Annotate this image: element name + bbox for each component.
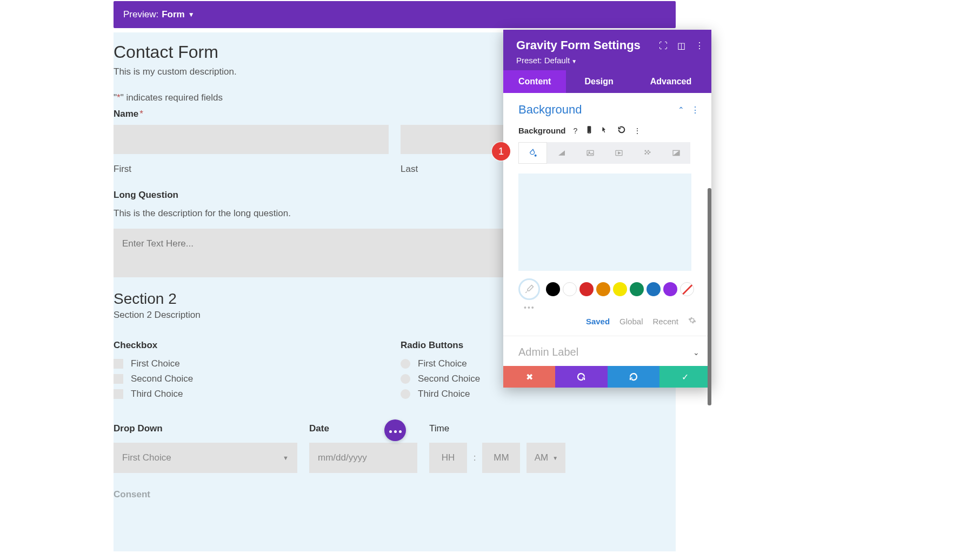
time-mm-input[interactable]: MM [482, 443, 520, 473]
preview-label: Preview: [123, 9, 158, 20]
bg-image-tab[interactable] [576, 142, 604, 164]
color-swatch[interactable] [630, 282, 644, 296]
more-vertical-icon[interactable]: ⋮ [691, 105, 699, 115]
section-admin-label[interactable]: Admin Label ⌄ [503, 336, 711, 366]
time-colon: : [474, 453, 476, 463]
bg-gradient-tab[interactable] [547, 142, 576, 164]
chevron-up-icon[interactable]: ⌃ [678, 105, 684, 114]
tab-design[interactable]: Design [566, 70, 631, 93]
preset-dropdown[interactable]: Preset: Default▼ [516, 56, 702, 65]
color-swatch[interactable] [647, 282, 661, 296]
required-star-icon: * [139, 109, 143, 119]
close-icon: ✖ [526, 372, 533, 382]
checkbox-option[interactable]: First Choice [114, 358, 389, 369]
color-swatch[interactable] [546, 282, 560, 296]
check-icon: ✓ [682, 372, 689, 382]
date-input[interactable]: mm/dd/yyyy [309, 443, 417, 473]
tab-content[interactable]: Content [503, 70, 566, 93]
color-swatch[interactable] [579, 282, 594, 296]
save-button[interactable]: ✓ [659, 366, 711, 388]
svg-rect-8 [646, 151, 648, 153]
svg-rect-10 [644, 153, 646, 155]
mobile-icon[interactable] [585, 125, 594, 136]
preview-bar: Preview: Form ▼ [114, 1, 676, 28]
color-swatch[interactable] [563, 282, 577, 296]
consent-label: Consent [114, 489, 676, 500]
tab-advanced[interactable]: Advanced [632, 70, 707, 93]
color-swatch-none[interactable] [680, 282, 694, 296]
gear-icon[interactable] [688, 316, 696, 326]
step-badge: 1 [492, 142, 510, 161]
expand-icon[interactable]: ⛶ [659, 41, 668, 51]
time-ampm-select[interactable]: AM▼ [527, 443, 565, 473]
radio-option[interactable]: Third Choice [401, 389, 676, 399]
time-label: Time [429, 423, 676, 434]
radio-icon[interactable] [401, 374, 410, 384]
checkbox-option[interactable]: Third Choice [114, 389, 389, 399]
undo-icon [576, 372, 586, 382]
caret-down-icon: ▼ [552, 455, 558, 461]
radio-icon[interactable] [401, 389, 410, 399]
svg-rect-6 [644, 150, 646, 152]
panel-header: Gravity Form Settings Preset: Default▼ ⛶… [503, 30, 711, 70]
caret-down-icon[interactable]: ▼ [188, 11, 195, 18]
svg-rect-9 [649, 151, 650, 153]
first-name-input[interactable] [114, 125, 389, 154]
panel-body: Background ⌃ ⋮ Background ? ⋮ [503, 93, 711, 336]
time-hh-input[interactable]: HH [429, 443, 467, 473]
palette-recent-tab[interactable]: Recent [652, 317, 678, 326]
chevron-down-icon: ⌄ [693, 348, 699, 357]
bg-mask-tab[interactable] [662, 142, 690, 164]
checkbox-label: Checkbox [114, 340, 389, 351]
panel-tabs: Content Design Advanced [503, 70, 711, 93]
radio-icon[interactable] [401, 359, 410, 369]
cancel-button[interactable]: ✖ [503, 366, 555, 388]
reset-icon[interactable] [617, 125, 626, 136]
checkbox-option[interactable]: Second Choice [114, 374, 389, 384]
more-swatches-icon[interactable]: ••• [524, 303, 699, 312]
svg-point-2 [535, 155, 536, 156]
checkbox-icon[interactable] [114, 374, 123, 384]
bg-pattern-tab[interactable] [633, 142, 662, 164]
section-background-title[interactable]: Background [518, 103, 582, 117]
checkbox-icon[interactable] [114, 359, 123, 369]
redo-icon [629, 372, 638, 382]
color-swatch[interactable] [596, 282, 610, 296]
columns-icon[interactable]: ◫ [677, 41, 685, 51]
more-icon [388, 425, 403, 435]
redo-button[interactable] [608, 366, 659, 388]
more-actions-button[interactable] [384, 419, 406, 441]
color-swatch[interactable] [663, 282, 677, 296]
svg-rect-11 [648, 153, 649, 155]
svg-rect-7 [648, 150, 649, 152]
caret-down-icon: ▼ [571, 58, 577, 64]
first-name-sublabel: First [114, 164, 389, 175]
undo-button[interactable] [555, 366, 607, 388]
more-vertical-icon[interactable]: ⋮ [634, 126, 641, 135]
hover-icon[interactable] [601, 125, 610, 136]
svg-point-1 [589, 132, 590, 132]
background-label: Background [518, 126, 566, 135]
color-preview[interactable] [518, 174, 691, 271]
more-vertical-icon[interactable]: ⋮ [695, 41, 704, 51]
dropdown-select[interactable]: First Choice ▼ [114, 443, 297, 473]
palette-global-tab[interactable]: Global [619, 317, 643, 326]
help-icon[interactable]: ? [574, 126, 578, 135]
checkbox-icon[interactable] [114, 389, 123, 399]
dropdown-label: Drop Down [114, 423, 297, 434]
caret-down-icon: ▼ [283, 455, 289, 461]
palette-saved-tab[interactable]: Saved [586, 317, 610, 326]
bg-video-tab[interactable] [604, 142, 633, 164]
eyedropper-button[interactable] [518, 278, 540, 300]
preview-value[interactable]: Form [162, 9, 185, 20]
color-swatch[interactable] [613, 282, 627, 296]
scrollbar[interactable] [708, 188, 711, 405]
bg-color-tab[interactable] [518, 142, 547, 164]
settings-panel: Gravity Form Settings Preset: Default▼ ⛶… [503, 30, 711, 388]
